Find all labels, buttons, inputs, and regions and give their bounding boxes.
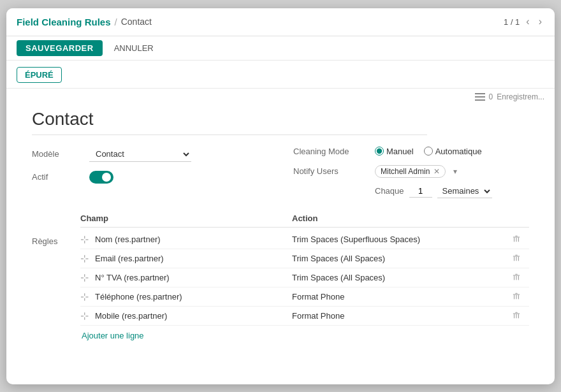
svg-rect-9 bbox=[518, 256, 519, 261]
svg-rect-17 bbox=[514, 294, 514, 299]
pager: 1 / 1 ‹ › bbox=[504, 15, 544, 29]
actionbar: SAUVEGARDER ANNULER bbox=[6, 36, 555, 61]
svg-rect-21 bbox=[515, 312, 518, 313]
filter-button[interactable]: ÉPURÉ bbox=[17, 67, 62, 83]
chaque-input[interactable] bbox=[409, 185, 432, 198]
chaque-label: Chaque bbox=[375, 186, 404, 196]
svg-rect-24 bbox=[518, 314, 519, 318]
filterbar: ÉPURÉ bbox=[6, 61, 555, 89]
field-name: N° TVA (res.partner) bbox=[95, 273, 170, 282]
breadcrumb-separator: / bbox=[115, 17, 117, 27]
svg-rect-7 bbox=[514, 256, 514, 261]
svg-rect-14 bbox=[518, 275, 519, 280]
svg-rect-8 bbox=[516, 256, 516, 261]
field-cell: ⊹ Mobile (res.partner) bbox=[80, 310, 292, 322]
svg-rect-4 bbox=[518, 237, 519, 242]
form-left: Modèle Contact Actif bbox=[32, 147, 268, 198]
delete-row-button[interactable] bbox=[512, 254, 521, 263]
drag-handle-icon[interactable]: ⊹ bbox=[80, 272, 89, 284]
field-cell: ⊹ Nom (res.partner) bbox=[80, 233, 292, 245]
model-field-row: Modèle Contact bbox=[32, 147, 268, 162]
notify-users-tag-container: Mitchell Admin ✕ bbox=[375, 165, 446, 178]
breadcrumb-sub: Contact bbox=[121, 17, 152, 27]
cleaning-mode-radio-group: Manuel Automatique bbox=[375, 147, 482, 156]
save-button[interactable]: SAUVEGARDER bbox=[17, 40, 103, 56]
svg-rect-22 bbox=[514, 314, 514, 318]
svg-rect-18 bbox=[516, 294, 516, 299]
model-select[interactable]: Contact bbox=[89, 147, 191, 162]
drag-handle-icon[interactable]: ⊹ bbox=[80, 233, 89, 245]
form-title: Contact bbox=[32, 109, 427, 135]
main-content: Contact Modèle Contact Actif bbox=[6, 103, 555, 384]
notify-user-tag-remove[interactable]: ✕ bbox=[433, 167, 440, 176]
svg-rect-2 bbox=[514, 237, 514, 242]
svg-rect-6 bbox=[515, 255, 518, 256]
hamburger-icon[interactable] bbox=[475, 93, 485, 101]
drag-handle-icon[interactable]: ⊹ bbox=[80, 252, 89, 265]
actif-field-row: Actif bbox=[32, 171, 268, 184]
svg-rect-23 bbox=[516, 314, 516, 318]
col-champ: Champ bbox=[80, 214, 292, 223]
breadcrumb-main[interactable]: Field Cleaning Rules bbox=[17, 17, 111, 27]
svg-rect-1 bbox=[515, 236, 518, 236]
model-label: Modèle bbox=[32, 149, 83, 159]
delete-row-button[interactable] bbox=[512, 311, 521, 320]
records-count: 0 bbox=[489, 92, 493, 101]
delete-row-button[interactable] bbox=[512, 273, 521, 282]
cancel-button[interactable]: ANNULER bbox=[108, 40, 160, 56]
cleaning-mode-row: Cleaning Mode Manuel Automatique bbox=[293, 147, 529, 156]
breadcrumb: Field Cleaning Rules / Contact bbox=[17, 17, 152, 27]
table-row: ⊹ Mobile (res.partner) Format Phone bbox=[80, 307, 529, 326]
notify-users-dropdown-button[interactable]: ▾ bbox=[451, 167, 460, 176]
topbar: Field Cleaning Rules / Contact 1 / 1 ‹ › bbox=[6, 8, 555, 36]
svg-rect-13 bbox=[516, 275, 516, 280]
actif-label: Actif bbox=[32, 172, 83, 182]
drag-handle-icon[interactable]: ⊹ bbox=[80, 291, 89, 303]
action-cell: Format Phone bbox=[292, 292, 504, 301]
rules-layout: Règles Champ Action ⊹ Nom (res.partner) … bbox=[32, 214, 529, 340]
pager-next-button[interactable]: › bbox=[536, 15, 544, 29]
notify-users-row: Notify Users Mitchell Admin ✕ ▾ bbox=[293, 165, 529, 178]
delete-row-button[interactable] bbox=[512, 292, 521, 301]
add-line-link[interactable]: Ajouter une ligne bbox=[82, 331, 144, 340]
svg-rect-16 bbox=[515, 293, 518, 294]
field-name: Mobile (res.partner) bbox=[95, 311, 167, 321]
actif-toggle[interactable] bbox=[89, 171, 113, 184]
rules-table: Champ Action ⊹ Nom (res.partner) Trim Sp… bbox=[80, 214, 529, 340]
drag-handle-icon[interactable]: ⊹ bbox=[80, 310, 89, 322]
main-window: Field Cleaning Rules / Contact 1 / 1 ‹ ›… bbox=[6, 8, 555, 384]
svg-rect-19 bbox=[518, 294, 519, 299]
records-label: Enregistrem... bbox=[497, 92, 544, 101]
table-row: ⊹ Nom (res.partner) Trim Spaces (Superfl… bbox=[80, 230, 529, 249]
table-row: ⊹ Téléphone (res.partner) Format Phone bbox=[80, 287, 529, 307]
cleaning-mode-label: Cleaning Mode bbox=[293, 147, 370, 156]
rules-label: Règles bbox=[32, 214, 70, 340]
table-row: ⊹ Email (res.partner) Trim Spaces (All S… bbox=[80, 249, 529, 268]
field-cell: ⊹ N° TVA (res.partner) bbox=[80, 272, 292, 284]
notify-user-tag-text: Mitchell Admin bbox=[381, 167, 430, 176]
form-right: Cleaning Mode Manuel Automatique Notify bbox=[293, 147, 529, 198]
table-row: ⊹ N° TVA (res.partner) Trim Spaces (All … bbox=[80, 268, 529, 287]
action-cell: Trim Spaces (All Spaces) bbox=[292, 273, 504, 282]
delete-row-button[interactable] bbox=[512, 235, 521, 243]
svg-rect-3 bbox=[516, 237, 516, 242]
semaines-select[interactable]: Semaines bbox=[437, 184, 492, 198]
radio-manuel[interactable]: Manuel bbox=[375, 147, 414, 156]
radio-automatique[interactable]: Automatique bbox=[424, 147, 482, 156]
svg-rect-12 bbox=[514, 275, 514, 280]
notify-users-label: Notify Users bbox=[293, 166, 370, 176]
pager-count: 1 / 1 bbox=[504, 17, 520, 27]
col-delete bbox=[504, 214, 529, 223]
field-cell: ⊹ Email (res.partner) bbox=[80, 252, 292, 265]
pager-prev-button[interactable]: ‹ bbox=[523, 15, 532, 29]
rules-rows-container: ⊹ Nom (res.partner) Trim Spaces (Superfl… bbox=[80, 230, 529, 326]
field-name: Téléphone (res.partner) bbox=[95, 292, 182, 301]
form-section: Modèle Contact Actif Cleaning Mode bbox=[32, 147, 529, 198]
chaque-row: Chaque Semaines bbox=[375, 184, 529, 198]
rules-section: Règles Champ Action ⊹ Nom (res.partner) … bbox=[32, 214, 529, 340]
rules-header: Champ Action bbox=[80, 214, 529, 228]
field-name: Email (res.partner) bbox=[95, 254, 164, 263]
svg-rect-11 bbox=[515, 274, 518, 275]
action-cell: Trim Spaces (Superfluous Spaces) bbox=[292, 235, 504, 244]
records-info-row: 0 Enregistrem... bbox=[6, 89, 555, 103]
